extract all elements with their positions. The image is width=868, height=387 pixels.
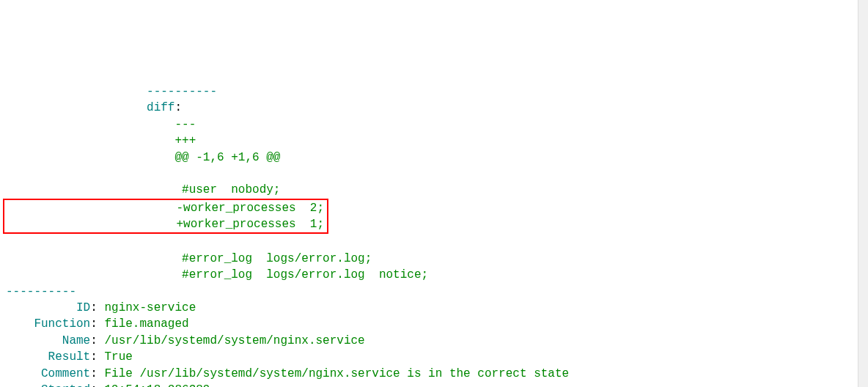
worker-processes-removed: -worker_processes 2; (7, 202, 324, 215)
terminal-output: ---------- diff: --- +++ @@ -1,6 +1,6 @@… (6, 67, 862, 387)
errorlog-line-2: #error_log logs/error.log notice; (6, 268, 428, 281)
scrollbar[interactable] (858, 0, 868, 387)
name-key: Name (6, 334, 90, 347)
errorlog-line-1: #error_log logs/error.log; (6, 252, 372, 265)
diff-plus-header: +++ (6, 134, 196, 147)
id-key: ID (6, 301, 90, 314)
colon: : (90, 367, 98, 380)
colon: : (174, 101, 182, 114)
name-value: /usr/lib/systemd/system/nginx.service (98, 334, 365, 347)
function-key: Function (6, 317, 90, 331)
result-value: True (98, 350, 133, 364)
function-value: file.managed (98, 317, 189, 331)
started-value: 19:54:18.286389 (98, 383, 210, 387)
highlighted-diff-box: -worker_processes 2; +worker_processes 1… (3, 199, 328, 235)
comment-key: Comment (6, 367, 90, 380)
diff-key: diff (6, 101, 174, 114)
started-key: Started (6, 383, 90, 387)
user-nobody-line: #user nobody; (6, 183, 280, 196)
result-key: Result (6, 350, 90, 364)
id-value: nginx-service (98, 301, 196, 314)
colon: : (90, 301, 98, 314)
diff-dashes: ---------- (6, 85, 217, 98)
colon: : (90, 350, 98, 364)
diff-hunk: @@ -1,6 +1,6 @@ (6, 151, 280, 164)
blank-line (6, 167, 13, 180)
worker-processes-added: +worker_processes 1; (7, 218, 324, 231)
comment-value: File /usr/lib/systemd/system/nginx.servi… (98, 367, 569, 380)
colon: : (90, 383, 98, 387)
diff-minus-header: --- (6, 118, 196, 131)
colon: : (90, 317, 98, 331)
separator: ---------- (6, 285, 76, 298)
blank-line (6, 235, 13, 248)
colon: : (90, 334, 98, 347)
